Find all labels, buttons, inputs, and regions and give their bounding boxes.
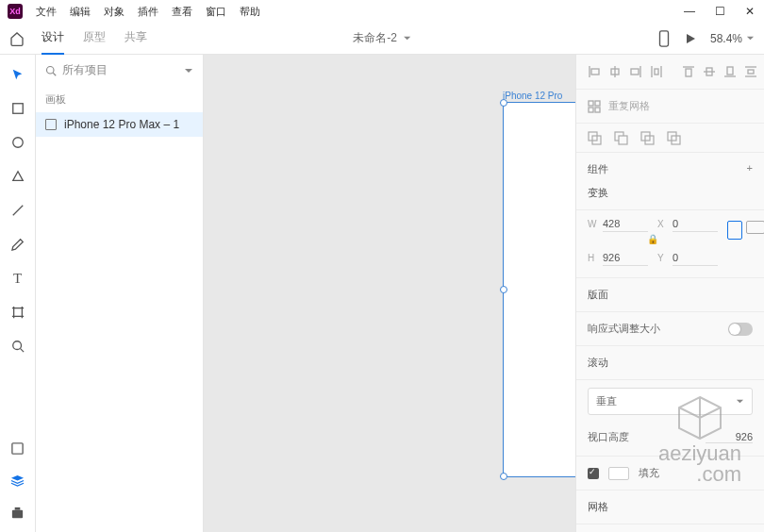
responsive-toggle[interactable] xyxy=(728,323,753,336)
svg-rect-31 xyxy=(595,101,600,106)
component-section-label: 组件 xyxy=(588,162,608,176)
svg-point-2 xyxy=(12,138,23,148)
fill-checkbox[interactable] xyxy=(588,468,599,479)
line-tool[interactable] xyxy=(9,202,26,219)
distribute-v-icon[interactable] xyxy=(744,65,757,78)
svg-rect-8 xyxy=(12,509,23,517)
chevron-down-icon[interactable] xyxy=(184,66,193,75)
scroll-select[interactable]: 垂直 xyxy=(588,388,753,415)
viewport-height-label: 视口高度 xyxy=(588,430,629,444)
boolean-exclude-icon[interactable] xyxy=(667,131,680,144)
menu-object[interactable]: 对象 xyxy=(104,5,125,19)
canvas[interactable]: iPhone 12 Pro Max – 1 xyxy=(204,55,575,532)
fill-swatch[interactable] xyxy=(608,467,629,480)
svg-rect-17 xyxy=(631,69,639,75)
layer-item-label: iPhone 12 Pro Max – 1 xyxy=(64,118,179,131)
svg-rect-1 xyxy=(12,104,23,114)
svg-point-5 xyxy=(12,341,21,350)
svg-rect-0 xyxy=(659,30,668,45)
window-minimize[interactable]: — xyxy=(683,5,696,18)
pen-tool[interactable] xyxy=(9,236,26,253)
menu-window[interactable]: 窗口 xyxy=(206,5,226,19)
svg-rect-7 xyxy=(12,442,23,453)
orientation-portrait[interactable] xyxy=(727,221,742,240)
repeat-grid-button[interactable]: 重复网格 xyxy=(608,99,650,113)
svg-rect-4 xyxy=(13,308,22,317)
svg-rect-37 xyxy=(619,136,627,144)
search-icon xyxy=(45,65,57,76)
boolean-union-icon[interactable] xyxy=(588,131,601,144)
menu-view[interactable]: 查看 xyxy=(172,5,192,19)
fill-label: 填充 xyxy=(639,466,659,480)
grid-section-label: 网格 xyxy=(576,490,764,524)
artboard[interactable] xyxy=(503,102,575,477)
align-middle-icon[interactable] xyxy=(703,65,716,78)
align-top-icon[interactable] xyxy=(682,65,695,78)
select-tool[interactable] xyxy=(9,66,26,83)
chevron-down-icon xyxy=(736,397,744,406)
orientation-landscape[interactable] xyxy=(746,221,764,234)
plugins-icon[interactable] xyxy=(9,504,26,521)
polygon-tool[interactable] xyxy=(9,168,26,185)
svg-rect-30 xyxy=(589,101,593,106)
lock-aspect-icon[interactable]: 🔒 xyxy=(588,234,718,244)
viewport-height-input[interactable] xyxy=(706,431,753,443)
layer-item[interactable]: iPhone 12 Pro Max – 1 xyxy=(36,112,203,137)
layers-filter[interactable]: 所有项目 xyxy=(62,62,108,78)
assets-icon[interactable] xyxy=(9,440,26,457)
add-component-button[interactable]: + xyxy=(747,162,753,176)
resize-handle[interactable] xyxy=(500,286,507,293)
svg-rect-20 xyxy=(655,69,658,75)
svg-rect-22 xyxy=(686,69,691,76)
responsive-resize-label: 响应式调整大小 xyxy=(588,322,660,336)
menu-help[interactable]: 帮助 xyxy=(240,5,260,19)
artboard-icon xyxy=(45,119,57,130)
tab-prototype[interactable]: 原型 xyxy=(83,22,106,55)
layout-section-label: 版面 xyxy=(576,278,764,312)
distribute-h-icon[interactable] xyxy=(650,65,663,78)
boolean-subtract-icon[interactable] xyxy=(614,131,627,144)
play-icon[interactable] xyxy=(684,32,697,45)
rectangle-tool[interactable] xyxy=(9,100,26,117)
app-logo: Xd xyxy=(8,4,23,19)
svg-line-11 xyxy=(53,73,56,75)
window-close[interactable]: ✕ xyxy=(743,5,756,18)
resize-handle[interactable] xyxy=(500,473,507,480)
menu-plugin[interactable]: 插件 xyxy=(138,5,158,19)
chevron-down-icon xyxy=(746,34,755,42)
svg-rect-33 xyxy=(595,108,600,112)
svg-line-6 xyxy=(20,349,24,353)
svg-rect-26 xyxy=(727,67,733,75)
device-preview-icon[interactable] xyxy=(657,30,671,47)
svg-rect-13 xyxy=(591,69,599,75)
home-icon[interactable] xyxy=(9,31,28,46)
menu-edit[interactable]: 编辑 xyxy=(70,5,91,19)
layers-icon[interactable] xyxy=(9,472,26,489)
document-title[interactable]: 未命名-2 xyxy=(353,30,411,46)
transform-section-label: 变换 xyxy=(576,186,764,210)
tab-design[interactable]: 设计 xyxy=(42,22,64,55)
layers-section-label: 画板 xyxy=(36,87,203,112)
svg-rect-9 xyxy=(15,507,21,509)
x-input[interactable] xyxy=(673,216,718,232)
align-center-h-icon[interactable] xyxy=(608,65,622,78)
svg-point-10 xyxy=(47,66,55,74)
window-maximize[interactable]: ☐ xyxy=(713,5,726,18)
scroll-section-label: 滚动 xyxy=(576,346,764,380)
zoom-control[interactable]: 58.4% xyxy=(710,32,755,45)
repeat-grid-icon xyxy=(588,100,601,113)
boolean-intersect-icon[interactable] xyxy=(640,131,654,144)
height-input[interactable] xyxy=(603,250,648,266)
resize-handle[interactable] xyxy=(500,99,507,107)
align-bottom-icon[interactable] xyxy=(723,65,737,78)
menu-file[interactable]: 文件 xyxy=(36,5,57,19)
y-input[interactable] xyxy=(673,250,718,266)
text-tool[interactable]: T xyxy=(9,270,26,287)
align-left-icon[interactable] xyxy=(588,65,601,78)
tab-share[interactable]: 共享 xyxy=(125,22,147,55)
artboard-tool[interactable] xyxy=(9,304,26,321)
zoom-tool[interactable] xyxy=(9,338,26,355)
ellipse-tool[interactable] xyxy=(9,134,26,151)
width-input[interactable] xyxy=(603,216,648,232)
align-right-icon[interactable] xyxy=(629,65,642,78)
